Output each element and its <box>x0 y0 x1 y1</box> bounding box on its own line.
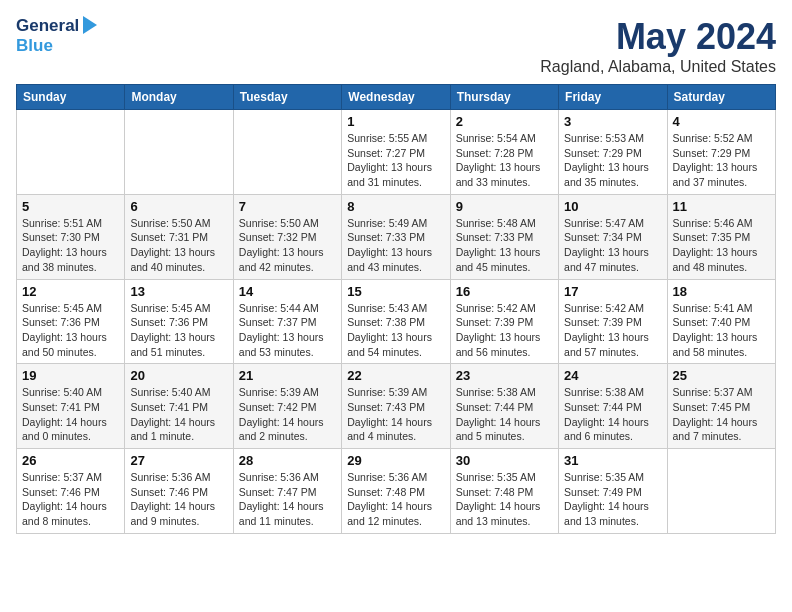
calendar-header-tuesday: Tuesday <box>233 85 341 110</box>
calendar-cell: 9Sunrise: 5:48 AM Sunset: 7:33 PM Daylig… <box>450 194 558 279</box>
day-number: 18 <box>673 284 770 299</box>
day-number: 12 <box>22 284 119 299</box>
day-number: 11 <box>673 199 770 214</box>
title-block: May 2024 Ragland, Alabama, United States <box>540 16 776 76</box>
day-number: 30 <box>456 453 553 468</box>
day-number: 20 <box>130 368 227 383</box>
day-number: 27 <box>130 453 227 468</box>
day-number: 31 <box>564 453 661 468</box>
calendar-cell: 14Sunrise: 5:44 AM Sunset: 7:37 PM Dayli… <box>233 279 341 364</box>
calendar-cell: 25Sunrise: 5:37 AM Sunset: 7:45 PM Dayli… <box>667 364 775 449</box>
calendar-cell: 28Sunrise: 5:36 AM Sunset: 7:47 PM Dayli… <box>233 449 341 534</box>
calendar-cell <box>233 110 341 195</box>
calendar-cell <box>667 449 775 534</box>
calendar-header-wednesday: Wednesday <box>342 85 450 110</box>
calendar-header-thursday: Thursday <box>450 85 558 110</box>
day-number: 10 <box>564 199 661 214</box>
calendar-cell: 29Sunrise: 5:36 AM Sunset: 7:48 PM Dayli… <box>342 449 450 534</box>
day-info: Sunrise: 5:35 AM Sunset: 7:49 PM Dayligh… <box>564 470 661 529</box>
page-subtitle: Ragland, Alabama, United States <box>540 58 776 76</box>
day-number: 21 <box>239 368 336 383</box>
calendar-header-sunday: Sunday <box>17 85 125 110</box>
day-number: 22 <box>347 368 444 383</box>
calendar-cell: 21Sunrise: 5:39 AM Sunset: 7:42 PM Dayli… <box>233 364 341 449</box>
day-info: Sunrise: 5:36 AM Sunset: 7:47 PM Dayligh… <box>239 470 336 529</box>
calendar-week-row: 12Sunrise: 5:45 AM Sunset: 7:36 PM Dayli… <box>17 279 776 364</box>
day-number: 13 <box>130 284 227 299</box>
day-number: 15 <box>347 284 444 299</box>
day-number: 6 <box>130 199 227 214</box>
calendar-cell: 12Sunrise: 5:45 AM Sunset: 7:36 PM Dayli… <box>17 279 125 364</box>
day-info: Sunrise: 5:50 AM Sunset: 7:31 PM Dayligh… <box>130 216 227 275</box>
calendar-cell: 19Sunrise: 5:40 AM Sunset: 7:41 PM Dayli… <box>17 364 125 449</box>
calendar-cell: 26Sunrise: 5:37 AM Sunset: 7:46 PM Dayli… <box>17 449 125 534</box>
day-info: Sunrise: 5:36 AM Sunset: 7:48 PM Dayligh… <box>347 470 444 529</box>
logo: General Blue <box>16 16 97 56</box>
calendar-cell: 10Sunrise: 5:47 AM Sunset: 7:34 PM Dayli… <box>559 194 667 279</box>
day-info: Sunrise: 5:50 AM Sunset: 7:32 PM Dayligh… <box>239 216 336 275</box>
day-info: Sunrise: 5:53 AM Sunset: 7:29 PM Dayligh… <box>564 131 661 190</box>
day-number: 9 <box>456 199 553 214</box>
calendar-cell: 15Sunrise: 5:43 AM Sunset: 7:38 PM Dayli… <box>342 279 450 364</box>
calendar-table: SundayMondayTuesdayWednesdayThursdayFrid… <box>16 84 776 534</box>
day-info: Sunrise: 5:48 AM Sunset: 7:33 PM Dayligh… <box>456 216 553 275</box>
day-info: Sunrise: 5:39 AM Sunset: 7:42 PM Dayligh… <box>239 385 336 444</box>
day-number: 28 <box>239 453 336 468</box>
calendar-week-row: 19Sunrise: 5:40 AM Sunset: 7:41 PM Dayli… <box>17 364 776 449</box>
calendar-cell: 6Sunrise: 5:50 AM Sunset: 7:31 PM Daylig… <box>125 194 233 279</box>
page-title: May 2024 <box>540 16 776 58</box>
calendar-cell: 27Sunrise: 5:36 AM Sunset: 7:46 PM Dayli… <box>125 449 233 534</box>
day-number: 25 <box>673 368 770 383</box>
calendar-cell: 18Sunrise: 5:41 AM Sunset: 7:40 PM Dayli… <box>667 279 775 364</box>
calendar-cell: 24Sunrise: 5:38 AM Sunset: 7:44 PM Dayli… <box>559 364 667 449</box>
day-info: Sunrise: 5:44 AM Sunset: 7:37 PM Dayligh… <box>239 301 336 360</box>
day-info: Sunrise: 5:35 AM Sunset: 7:48 PM Dayligh… <box>456 470 553 529</box>
calendar-header-row: SundayMondayTuesdayWednesdayThursdayFrid… <box>17 85 776 110</box>
logo-arrow-icon <box>83 16 97 34</box>
day-info: Sunrise: 5:45 AM Sunset: 7:36 PM Dayligh… <box>130 301 227 360</box>
calendar-cell: 16Sunrise: 5:42 AM Sunset: 7:39 PM Dayli… <box>450 279 558 364</box>
day-info: Sunrise: 5:37 AM Sunset: 7:45 PM Dayligh… <box>673 385 770 444</box>
day-info: Sunrise: 5:51 AM Sunset: 7:30 PM Dayligh… <box>22 216 119 275</box>
day-number: 4 <box>673 114 770 129</box>
day-info: Sunrise: 5:55 AM Sunset: 7:27 PM Dayligh… <box>347 131 444 190</box>
day-number: 26 <box>22 453 119 468</box>
day-info: Sunrise: 5:38 AM Sunset: 7:44 PM Dayligh… <box>564 385 661 444</box>
calendar-cell: 20Sunrise: 5:40 AM Sunset: 7:41 PM Dayli… <box>125 364 233 449</box>
logo-blue-text: Blue <box>16 36 53 56</box>
day-info: Sunrise: 5:45 AM Sunset: 7:36 PM Dayligh… <box>22 301 119 360</box>
day-number: 1 <box>347 114 444 129</box>
day-number: 3 <box>564 114 661 129</box>
day-info: Sunrise: 5:52 AM Sunset: 7:29 PM Dayligh… <box>673 131 770 190</box>
calendar-header-saturday: Saturday <box>667 85 775 110</box>
day-info: Sunrise: 5:46 AM Sunset: 7:35 PM Dayligh… <box>673 216 770 275</box>
day-info: Sunrise: 5:49 AM Sunset: 7:33 PM Dayligh… <box>347 216 444 275</box>
day-info: Sunrise: 5:42 AM Sunset: 7:39 PM Dayligh… <box>456 301 553 360</box>
day-info: Sunrise: 5:40 AM Sunset: 7:41 PM Dayligh… <box>130 385 227 444</box>
day-number: 5 <box>22 199 119 214</box>
calendar-cell: 1Sunrise: 5:55 AM Sunset: 7:27 PM Daylig… <box>342 110 450 195</box>
calendar-cell: 5Sunrise: 5:51 AM Sunset: 7:30 PM Daylig… <box>17 194 125 279</box>
day-info: Sunrise: 5:41 AM Sunset: 7:40 PM Dayligh… <box>673 301 770 360</box>
day-number: 2 <box>456 114 553 129</box>
calendar-week-row: 1Sunrise: 5:55 AM Sunset: 7:27 PM Daylig… <box>17 110 776 195</box>
calendar-week-row: 5Sunrise: 5:51 AM Sunset: 7:30 PM Daylig… <box>17 194 776 279</box>
day-number: 7 <box>239 199 336 214</box>
day-info: Sunrise: 5:54 AM Sunset: 7:28 PM Dayligh… <box>456 131 553 190</box>
day-info: Sunrise: 5:37 AM Sunset: 7:46 PM Dayligh… <box>22 470 119 529</box>
calendar-cell: 7Sunrise: 5:50 AM Sunset: 7:32 PM Daylig… <box>233 194 341 279</box>
calendar-cell: 17Sunrise: 5:42 AM Sunset: 7:39 PM Dayli… <box>559 279 667 364</box>
day-info: Sunrise: 5:40 AM Sunset: 7:41 PM Dayligh… <box>22 385 119 444</box>
calendar-cell: 22Sunrise: 5:39 AM Sunset: 7:43 PM Dayli… <box>342 364 450 449</box>
day-info: Sunrise: 5:38 AM Sunset: 7:44 PM Dayligh… <box>456 385 553 444</box>
calendar-cell <box>125 110 233 195</box>
day-number: 8 <box>347 199 444 214</box>
day-info: Sunrise: 5:42 AM Sunset: 7:39 PM Dayligh… <box>564 301 661 360</box>
calendar-cell: 11Sunrise: 5:46 AM Sunset: 7:35 PM Dayli… <box>667 194 775 279</box>
calendar-cell: 2Sunrise: 5:54 AM Sunset: 7:28 PM Daylig… <box>450 110 558 195</box>
day-number: 19 <box>22 368 119 383</box>
calendar-cell: 8Sunrise: 5:49 AM Sunset: 7:33 PM Daylig… <box>342 194 450 279</box>
day-info: Sunrise: 5:43 AM Sunset: 7:38 PM Dayligh… <box>347 301 444 360</box>
day-info: Sunrise: 5:36 AM Sunset: 7:46 PM Dayligh… <box>130 470 227 529</box>
calendar-cell <box>17 110 125 195</box>
